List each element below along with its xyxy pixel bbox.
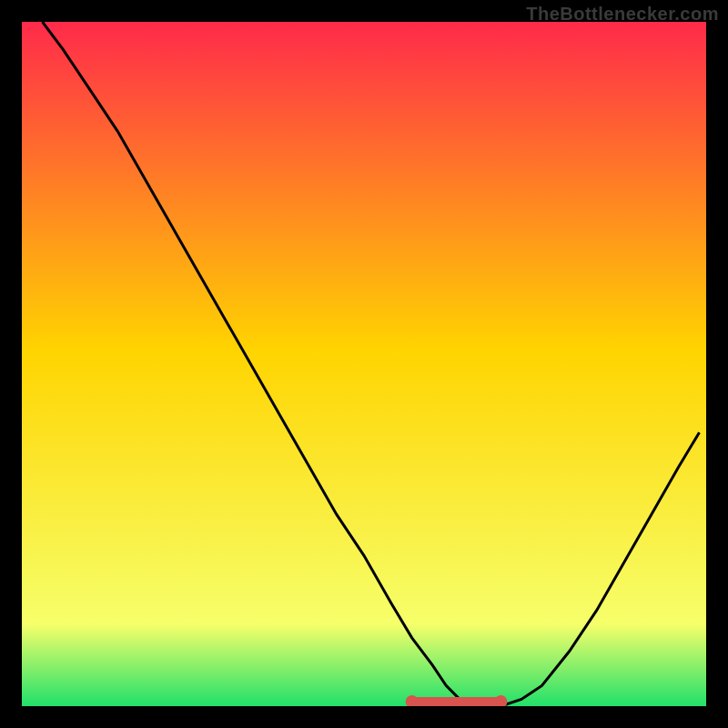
chart-background [22, 22, 706, 706]
watermark-text: TheBottlenecker.com [526, 4, 719, 25]
chart-frame [22, 22, 706, 706]
bottleneck-chart [22, 22, 706, 706]
